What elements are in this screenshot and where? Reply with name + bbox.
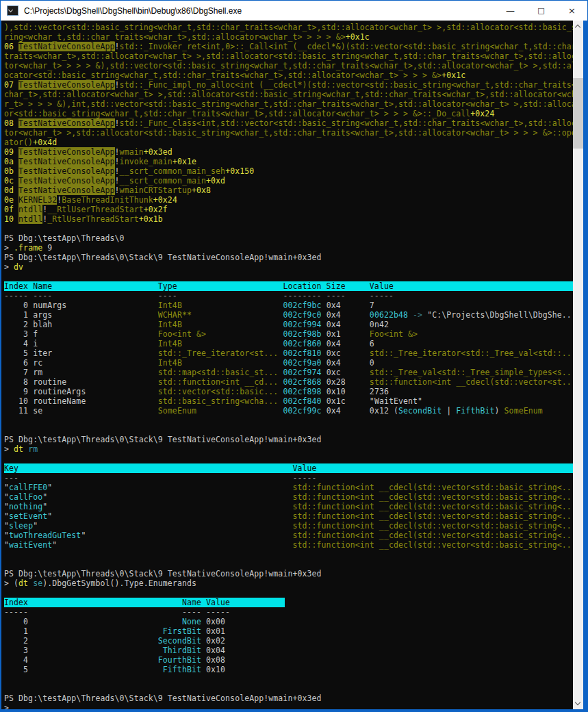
- stack-frame-continuation: or<std::basic_string<wchar_t,std::char_t…: [4, 109, 573, 118]
- blank-line: [4, 588, 573, 598]
- scroll-down-icon[interactable]: [573, 698, 583, 709]
- console-output[interactable]: ),std::vector<std::basic_string<wchar_t,…: [1, 21, 573, 709]
- table-row: "waitEvent" std::function<int __cdecl(st…: [4, 540, 573, 550]
- stack-frame-line: 0c TestNativeConsoleApp!__scrt_common_ma…: [4, 176, 573, 186]
- table-row: 6 rc Int4B 002cf9a0 0x4 0: [4, 358, 573, 368]
- scrollbar-thumb[interactable]: [573, 78, 583, 149]
- window-controls: — □ ×: [495, 1, 587, 21]
- blank-line: [4, 224, 573, 233]
- table-separator-row: ----- ---- ---- -------- ---- -----: [4, 291, 573, 301]
- blank-line: [4, 454, 573, 463]
- table-row: 3 ThirdBit 0x04: [4, 646, 573, 655]
- command-line: > dv: [4, 262, 573, 272]
- table-row: 2 SecondBit 0x02: [4, 636, 573, 646]
- table-header-row: Index Name Type Location Size Value: [4, 281, 573, 291]
- blank-line: [4, 425, 573, 435]
- prompt-path-line: PS Dbg:\testApp\Threads\0\Stack\9 TestNa…: [4, 694, 573, 703]
- stack-frame-line: 07 TestNativeConsoleApp!std::_Func_impl_…: [4, 80, 573, 90]
- table-row: 1 FirstBit 0x01: [4, 626, 573, 636]
- table-row: 1 args WCHAR** 002cf9c0 0x4 00622b48 -> …: [4, 310, 573, 320]
- table-header-row: Index Name Value: [4, 598, 573, 607]
- blank-line: [4, 272, 573, 281]
- stack-frame-continuation: ring<wchar_t,std::char_traits<wchar_t>,s…: [4, 32, 573, 42]
- stack-frame-line: 0d TestNativeConsoleApp!wmainCRTStartup+…: [4, 186, 573, 195]
- window-title: C:\Projects\DbgShell\DbgShell\bin\Debug\…: [24, 6, 495, 16]
- stack-frame-line: 10 ntdll!_RtlUserThreadStart+0x1b: [4, 214, 573, 224]
- table-header-row: Key Value: [4, 463, 573, 473]
- close-button[interactable]: ×: [557, 1, 587, 21]
- blank-line: [4, 684, 573, 694]
- stack-frame-line: 0e KERNEL32!BaseThreadInitThunk+0x24: [4, 195, 573, 205]
- blank-line: [4, 674, 573, 684]
- table-row: "callFFE0" std::function<int __cdecl(std…: [4, 483, 573, 492]
- stack-frame-continuation: char_t>,std::allocator<wchar_t> >,std::a…: [4, 90, 573, 99]
- stack-frame-continuation: ),std::vector<std::basic_string<wchar_t,…: [4, 23, 573, 32]
- table-row: 0 None 0x00: [4, 617, 573, 626]
- stack-frame-continuation: ocator<std::basic_string<wchar_t,std::ch…: [4, 71, 573, 80]
- command-line: > (dt se).DbgGetSymbol().Type.Enumerands: [4, 578, 573, 588]
- command-line: >: [4, 703, 573, 709]
- table-row: 9 routineArgs std::vector<std::basic... …: [4, 387, 573, 396]
- title-bar[interactable]: C:\Projects\DbgShell\DbgShell\bin\Debug\…: [1, 1, 587, 21]
- blank-line: [4, 550, 573, 559]
- stack-frame-continuation: tor<wchar_t> >,std::allocator<std::basic…: [4, 128, 573, 138]
- maximize-button[interactable]: □: [526, 1, 557, 21]
- close-icon: ×: [568, 5, 576, 16]
- table-row: 4 i Int4B 002cf860 0x4 6: [4, 339, 573, 348]
- table-row: 7 rm std::map<std::basic_st... 002cf974 …: [4, 368, 573, 377]
- table-row: 2 blah Int4B 002cf994 0x4 0n42: [4, 320, 573, 329]
- scrollbar[interactable]: [573, 21, 583, 709]
- scroll-up-icon[interactable]: [573, 21, 583, 31]
- stack-frame-line: 0f ntdll!__RtlUserThreadStart+0x2f: [4, 205, 573, 214]
- command-line: > .frame 9: [4, 243, 573, 253]
- minimize-icon: —: [506, 5, 515, 16]
- prompt-path-line: PS Dbg:\testApp\Threads\0: [4, 233, 573, 243]
- prompt-path-line: PS Dbg:\testApp\Threads\0\Stack\9 TestNa…: [4, 435, 573, 444]
- stack-frame-continuation: ator()+0x4d: [4, 138, 573, 147]
- minimize-button[interactable]: —: [495, 1, 526, 21]
- table-row: "nothing" std::function<int __cdecl(std:…: [4, 502, 573, 511]
- table-row: "twoThreadGuTest" std::function<int __cd…: [4, 531, 573, 540]
- table-row: 11 se SomeEnum 002cf99c 0x4 0x12 (Second…: [4, 406, 573, 416]
- app-icon: [7, 5, 18, 16]
- prompt-path-line: PS Dbg:\testApp\Threads\0\Stack\9 TestNa…: [4, 569, 573, 578]
- maximize-icon: □: [537, 6, 544, 15]
- table-separator-row: --- -----: [4, 473, 573, 483]
- table-row: 8 routine std::function<int __cd... 002c…: [4, 377, 573, 387]
- stack-frame-continuation: r_t> > > > &),int,std::vector<std::basic…: [4, 99, 573, 109]
- table-row: 4 FourthBit 0x08: [4, 655, 573, 665]
- stack-frame-line: 08 TestNativeConsoleApp!std::_Func_class…: [4, 118, 573, 128]
- blank-line: [4, 559, 573, 569]
- table-row: "setEvent" std::function<int __cdecl(std…: [4, 511, 573, 521]
- stack-frame-line: 0b TestNativeConsoleApp!__scrt_common_ma…: [4, 166, 573, 176]
- table-row: 3 f Foo<int &> 002cf98b 0x1 Foo<int &>: [4, 329, 573, 339]
- command-line: > dt rm: [4, 444, 573, 454]
- table-row: "sleep" std::function<int __cdecl(std::v…: [4, 521, 573, 531]
- stack-frame-continuation: traits<wchar_t>,std::allocator<wchar_t> …: [4, 51, 573, 61]
- stack-frame-line: 09 TestNativeConsoleApp!wmain+0x3ed: [4, 147, 573, 157]
- table-row: 10 routineName std::basic_string<wcha...…: [4, 396, 573, 406]
- prompt-path-line: PS Dbg:\testApp\Threads\0\Stack\9 TestNa…: [4, 253, 573, 262]
- stack-frame-line: 0a TestNativeConsoleApp!invoke_main+0x1e: [4, 157, 573, 166]
- table-row: 5 iter std::_Tree_iterator<st... 002cf81…: [4, 348, 573, 358]
- dbgshell-window: C:\Projects\DbgShell\DbgShell\bin\Debug\…: [0, 0, 588, 712]
- table-separator-row: ----- ---- -----: [4, 607, 573, 617]
- stack-frame-continuation: tor<wchar_t> > > > &),std::vector<std::b…: [4, 61, 573, 71]
- blank-line: [4, 416, 573, 425]
- table-row: 5 FifthBit 0x10: [4, 665, 573, 674]
- table-row: "callFoo" std::function<int __cdecl(std:…: [4, 492, 573, 502]
- stack-frame-line: 06 TestNativeConsoleApp!std::_Invoker_re…: [4, 42, 573, 51]
- table-row: 0 numArgs Int4B 002cf9bc 0x4 7: [4, 301, 573, 310]
